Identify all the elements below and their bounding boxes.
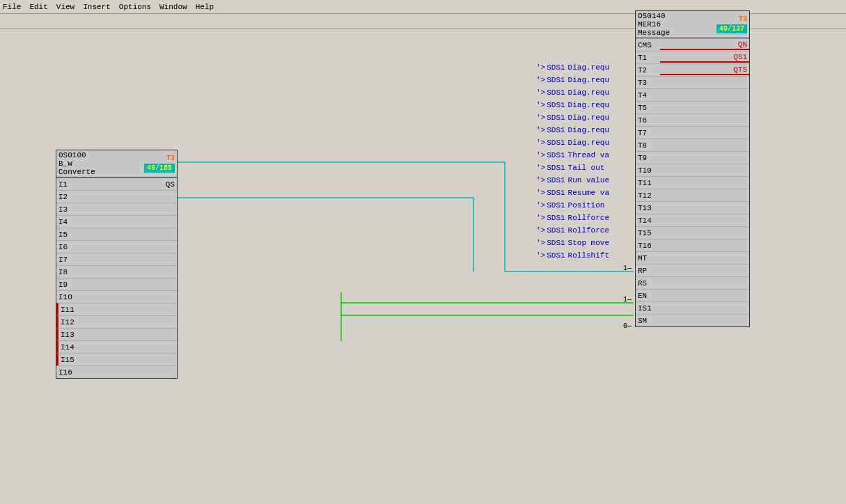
io-row-I7: I7 bbox=[56, 253, 177, 265]
block-os0100-badge: 49/185 bbox=[144, 164, 175, 173]
io-value-I1: QS bbox=[98, 180, 177, 189]
block-os0100-header: 0S0100 B_W Converte T3 49/185 bbox=[56, 150, 177, 178]
io-row-I1: I1 QS bbox=[56, 178, 177, 190]
io-row-I10: I10 bbox=[56, 290, 177, 303]
t-row-RS: RS bbox=[636, 276, 749, 289]
t-row-MT: MT bbox=[636, 251, 749, 264]
block-os0140-line3: Message bbox=[638, 29, 670, 37]
sds-row-run: '> SDS1 Run value bbox=[536, 174, 620, 187]
io-row-I6: I6 bbox=[56, 240, 177, 253]
io-row-I5: I5 bbox=[56, 228, 177, 240]
t-row-T16: T16 bbox=[636, 239, 749, 251]
t-row-T3: T3 bbox=[636, 76, 749, 88]
block-os0100-id: 0S0100 bbox=[58, 151, 95, 159]
svg-text:1—: 1— bbox=[623, 296, 632, 304]
t-row-T14: T14 bbox=[636, 214, 749, 226]
sds-row-thread: '> SDS1 Thread va bbox=[536, 149, 620, 162]
t-row-T1: T1 QS1 bbox=[636, 51, 749, 63]
sds-row-5: '> SDS1 Diag.requ bbox=[536, 124, 620, 136]
sds-row-2: '> SDS1 Diag.requ bbox=[536, 86, 620, 99]
block-os0100-line3: Converte bbox=[58, 168, 95, 176]
svg-text:1—: 1— bbox=[623, 265, 632, 272]
block-os0140-id: OS0140 bbox=[638, 12, 670, 20]
io-row-I9: I9 bbox=[56, 278, 177, 290]
sds-row-3: '> SDS1 Diag.requ bbox=[536, 99, 620, 111]
menu-window[interactable]: Window bbox=[159, 3, 187, 11]
t-row-T9: T9 bbox=[636, 151, 749, 164]
t-table: CMS QN T1 QS1 T2 QTS T3 T4 T5 T6 T7 T8 T… bbox=[636, 38, 749, 326]
t-row-T6: T6 bbox=[636, 113, 749, 126]
sds-row-position: '> SDS1 Position bbox=[536, 199, 620, 212]
io-row-I12: I12 bbox=[56, 315, 177, 328]
t-row-IS1: IS1 bbox=[636, 301, 749, 314]
io-row-I3: I3 bbox=[56, 203, 177, 215]
menu-view[interactable]: View bbox=[56, 3, 75, 11]
sds-row-resume: '> SDS1 Resume va bbox=[536, 187, 620, 199]
io-label-I1: I1 bbox=[56, 180, 98, 189]
menu-options[interactable]: Options bbox=[119, 3, 151, 11]
t-row-T10: T10 bbox=[636, 164, 749, 176]
block-os0140-line2: MER16 bbox=[638, 20, 670, 29]
block-os0100-t-badge: T3 bbox=[166, 155, 175, 162]
menu-edit[interactable]: Edit bbox=[29, 3, 47, 11]
sds-row-6: '> SDS1 Diag.requ bbox=[536, 136, 620, 149]
t-row-SM: SM bbox=[636, 314, 749, 326]
sds-row-4: '> SDS1 Diag.requ bbox=[536, 111, 620, 124]
t-row-T15: T15 bbox=[636, 226, 749, 239]
io-row-I2: I2 bbox=[56, 190, 177, 203]
block-os0140: OS0140 MER16 Message T3 49/137 CMS QN T1… bbox=[635, 10, 750, 327]
sds-row-0: '> SDS1 Diag.requ bbox=[536, 61, 620, 74]
block-os0100: 0S0100 B_W Converte T3 49/185 I1 QS I2 I… bbox=[56, 150, 178, 379]
io-row-I16: I16 bbox=[56, 365, 177, 378]
menu-insert[interactable]: Insert bbox=[83, 3, 111, 11]
io-row-I4: I4 bbox=[56, 215, 177, 228]
io-row-I11: I11 bbox=[56, 303, 177, 315]
t-row-T8: T8 bbox=[636, 139, 749, 151]
t-row-CMS: CMS QN bbox=[636, 38, 749, 51]
sds-row-rollforce1: '> SDS1 Rollforce bbox=[536, 212, 620, 224]
io-row-I13: I13 bbox=[56, 328, 177, 340]
t-row-T12: T12 bbox=[636, 189, 749, 201]
t-row-T4: T4 bbox=[636, 88, 749, 101]
block-os0140-header: OS0140 MER16 Message T3 49/137 bbox=[636, 11, 749, 38]
t-row-T5: T5 bbox=[636, 101, 749, 113]
io-row-I14: I14 bbox=[56, 340, 177, 353]
t-row-EN: EN bbox=[636, 289, 749, 301]
block-os0140-badge: 49/137 bbox=[716, 24, 747, 33]
t-row-T7: T7 bbox=[636, 126, 749, 139]
sds-row-rollforce2: '> SDS1 Rollforce bbox=[536, 224, 620, 237]
t-row-T2: T2 QTS bbox=[636, 63, 749, 76]
svg-text:0—: 0— bbox=[623, 322, 632, 330]
sds-row-stop: '> SDS1 Stop move bbox=[536, 237, 620, 249]
t-row-RP: RP bbox=[636, 264, 749, 276]
t-row-T11: T11 bbox=[636, 176, 749, 189]
menu-help[interactable]: Help bbox=[196, 3, 214, 11]
block-os0140-t-badge: T3 bbox=[739, 15, 747, 23]
sds-row-tail: '> SDS1 Tail out bbox=[536, 162, 620, 174]
sds-row-rollshift: '> SDS1 Rollshift bbox=[536, 249, 620, 262]
sds-row-1: '> SDS1 Diag.requ bbox=[536, 74, 620, 86]
menu-file[interactable]: File bbox=[3, 3, 21, 11]
block-os0100-io-table: I1 QS I2 I3 I4 I5 I6 I7 I8 I9 I10 I11 I1… bbox=[56, 178, 177, 378]
t-row-T13: T13 bbox=[636, 201, 749, 214]
block-os0100-line2: B_W bbox=[58, 159, 95, 168]
io-row-I15: I15 bbox=[56, 353, 177, 365]
io-row-I8: I8 bbox=[56, 265, 177, 278]
sds-table: '> SDS1 Diag.requ '> SDS1 Diag.requ '> S… bbox=[536, 61, 620, 262]
